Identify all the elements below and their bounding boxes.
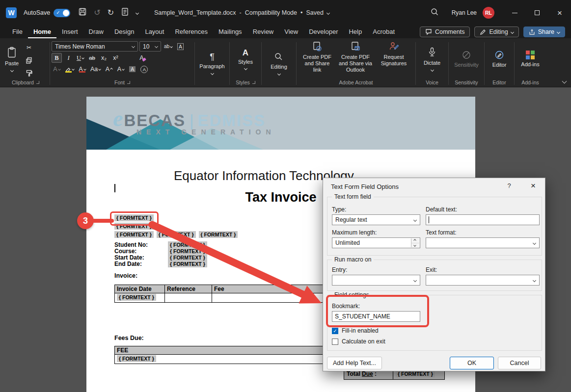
minimize-button[interactable] xyxy=(503,0,526,26)
maximize-button[interactable] xyxy=(526,0,548,26)
cut-button[interactable]: ✂ xyxy=(24,43,34,52)
spinner-down-icon xyxy=(413,244,416,247)
clipboard-dialog-launcher-icon[interactable] xyxy=(36,81,39,84)
entry-dropdown[interactable] xyxy=(332,275,420,286)
autosave-control[interactable]: AutoSave ✓ xyxy=(24,9,70,17)
change-case-button[interactable]: Aa xyxy=(89,64,102,74)
document-preview-icon[interactable] xyxy=(121,7,129,18)
font-size-combo[interactable]: 10 xyxy=(139,41,161,52)
create-pdf-share-outlook-button[interactable]: Create PDF and Share via Outlook xyxy=(336,40,375,75)
tab-draw[interactable]: Draw xyxy=(83,26,109,38)
styles-dialog-launcher-icon[interactable] xyxy=(252,81,255,84)
editing-button[interactable]: Editing xyxy=(263,40,295,87)
tab-layout[interactable]: Layout xyxy=(139,26,169,38)
subscript-button[interactable]: x₂ xyxy=(99,53,109,63)
copy-button[interactable] xyxy=(24,56,34,65)
styles-button[interactable]: A Styles xyxy=(236,40,255,78)
ribbon-home: Paste ✂ Clipboard xyxy=(0,38,571,87)
ok-button[interactable]: OK xyxy=(450,357,494,369)
word-logo-icon[interactable]: W xyxy=(6,7,17,18)
superscript-button[interactable]: x² xyxy=(110,53,121,63)
invoice-section-label: Invoice: xyxy=(114,272,137,279)
default-text-input[interactable] xyxy=(426,214,540,225)
tab-references[interactable]: References xyxy=(169,26,213,38)
collapse-ribbon-chevron-icon[interactable] xyxy=(562,79,567,84)
clear-formatting-button[interactable]: A xyxy=(136,53,147,63)
avatar[interactable]: RL xyxy=(483,7,494,19)
title-bullet: • xyxy=(300,9,302,16)
font-color-button[interactable]: A xyxy=(77,64,87,74)
dialog-close-button[interactable]: × xyxy=(524,179,542,193)
user-name[interactable]: Ryan Lee xyxy=(452,9,477,16)
shrink-font-button[interactable]: A xyxy=(115,64,126,74)
type-dropdown[interactable]: Regular text xyxy=(332,214,420,225)
font-name-combo[interactable]: Times New Roman xyxy=(52,41,138,52)
tab-file[interactable]: File xyxy=(7,26,28,38)
request-signatures-button[interactable]: Request Signatures xyxy=(375,40,413,68)
font-dialog-launcher-icon[interactable] xyxy=(127,81,130,84)
create-pdf-share-link-button[interactable]: Create PDF and Share link xyxy=(298,40,336,75)
clipboard-group: Paste ✂ Clipboard xyxy=(3,40,48,87)
formtext-field[interactable]: { FORMTEXT } xyxy=(117,355,156,362)
tab-view[interactable]: View xyxy=(279,26,303,38)
paste-button[interactable]: Paste xyxy=(3,40,21,78)
spinner-buttons[interactable] xyxy=(411,238,419,247)
editing-group-label-text: Editing xyxy=(271,64,287,70)
exit-dropdown[interactable] xyxy=(426,275,540,286)
addins-button[interactable]: Add-ins xyxy=(519,40,541,78)
format-painter-icon xyxy=(26,70,32,77)
redo-icon[interactable]: ↻ xyxy=(108,9,114,17)
editor-button[interactable]: Editor xyxy=(490,40,509,78)
group-divider xyxy=(229,42,230,85)
maximum-length-spinner[interactable]: Unlimited xyxy=(332,237,420,248)
tab-developer[interactable]: Developer xyxy=(303,26,343,38)
bold-button[interactable]: B xyxy=(52,53,62,63)
type-label: Type: xyxy=(332,206,346,213)
character-shading-button[interactable]: A xyxy=(127,64,137,74)
cancel-button[interactable]: Cancel xyxy=(498,357,541,369)
fill-in-enabled-checkbox[interactable]: ✓ xyxy=(332,328,338,334)
italic-button[interactable]: I xyxy=(63,53,74,63)
tab-mailings[interactable]: Mailings xyxy=(213,26,247,38)
format-painter-button[interactable] xyxy=(24,69,34,78)
customize-qat-chevron-icon[interactable] xyxy=(136,11,139,14)
paragraph-button[interactable]: ¶ Paragraph xyxy=(196,40,228,87)
character-border-button[interactable]: A xyxy=(175,42,186,52)
enclose-characters-button[interactable]: A xyxy=(139,64,149,74)
tab-home[interactable]: Home xyxy=(28,26,56,38)
add-help-text-button[interactable]: Add Help Text... xyxy=(327,357,382,369)
share-button[interactable]: Share xyxy=(523,26,565,37)
dialog-help-button[interactable]: ? xyxy=(504,182,515,189)
saved-chevron-icon[interactable] xyxy=(326,11,330,14)
calculate-on-exit-checkbox[interactable] xyxy=(332,339,338,345)
font-color-chevron-icon xyxy=(83,68,86,71)
strikethrough-button[interactable]: ab xyxy=(87,53,97,63)
styles-chevron-icon xyxy=(244,67,247,70)
saved-status[interactable]: Saved xyxy=(306,9,323,16)
fill-in-enabled-label: Fill-in enabled xyxy=(342,327,379,334)
maximize-icon xyxy=(535,10,540,15)
undo-icon[interactable]: ↺ xyxy=(94,9,100,17)
comments-button[interactable]: Comments xyxy=(420,26,470,37)
autosave-check-icon: ✓ xyxy=(56,10,60,15)
grow-font-button[interactable]: A xyxy=(104,64,114,74)
tab-design[interactable]: Design xyxy=(109,26,139,38)
highlight-chevron-icon xyxy=(72,68,75,71)
formtext-field[interactable]: { FORMTEXT } xyxy=(396,370,435,377)
text-effects-button[interactable]: A xyxy=(52,64,62,74)
tab-insert[interactable]: Insert xyxy=(56,26,83,38)
tab-acrobat[interactable]: Acrobat xyxy=(367,26,400,38)
editing-mode-button[interactable]: Editing xyxy=(474,26,518,37)
phonetic-guide-button[interactable]: ab xyxy=(163,42,174,52)
autosave-toggle[interactable]: ✓ xyxy=(54,9,70,17)
tab-help[interactable]: Help xyxy=(343,26,367,38)
save-icon[interactable] xyxy=(78,7,87,18)
search-icon[interactable] xyxy=(430,7,439,18)
sensitivity-button[interactable]: Sensitivity xyxy=(452,40,481,78)
underline-button[interactable]: U xyxy=(75,53,85,63)
dictate-button[interactable]: Dictate xyxy=(422,40,442,78)
close-button[interactable]: × xyxy=(548,0,571,26)
text-format-dropdown[interactable] xyxy=(426,237,540,248)
tab-review[interactable]: Review xyxy=(247,26,279,38)
text-highlight-button[interactable] xyxy=(63,64,76,74)
